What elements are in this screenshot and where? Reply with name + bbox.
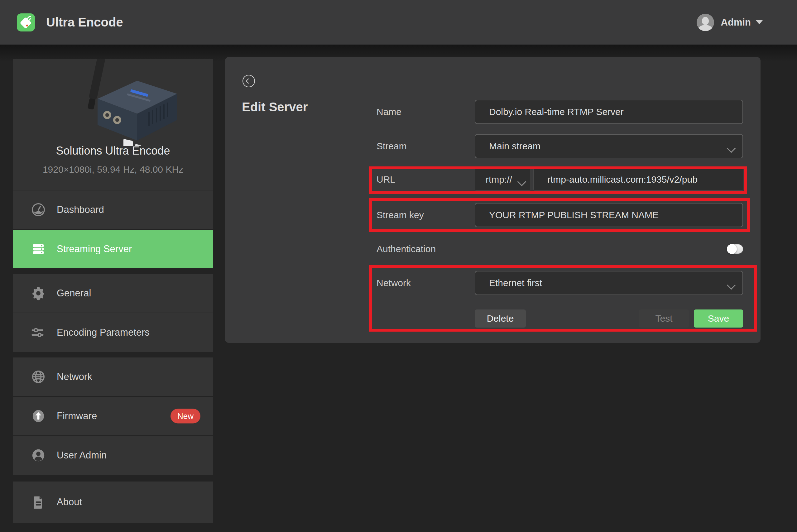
url-protocol-value: rtmp:// (486, 174, 512, 185)
network-row: Network Ethernet first (377, 271, 743, 295)
test-button[interactable]: Test (639, 309, 689, 327)
sidebar-item-dashboard[interactable]: Dashboard (13, 190, 213, 229)
action-buttons-row: Delete Test Save (475, 309, 743, 327)
user-menu[interactable]: Admin (721, 17, 751, 28)
stream-key-input[interactable] (475, 203, 743, 227)
url-input[interactable] (533, 168, 743, 191)
url-label: URL (377, 174, 475, 185)
stream-label: Stream (377, 141, 475, 151)
sidebar: Solutions Ultra Encode 1920×1080i, 59.94… (13, 57, 213, 528)
stream-row: Stream Main stream (377, 134, 743, 158)
network-selected-value: Ethernet first (489, 278, 542, 288)
arrow-left-icon (245, 78, 252, 84)
save-button[interactable]: Save (694, 309, 743, 327)
sidebar-item-label: Encoding Parameters (57, 327, 150, 338)
gauge-icon (31, 203, 45, 217)
name-row: Name (377, 100, 743, 124)
authentication-label: Authentication (377, 244, 475, 254)
page-title: Edit Server (242, 100, 308, 114)
globe-icon (31, 369, 45, 384)
name-input[interactable] (475, 100, 743, 124)
upload-icon (31, 409, 45, 423)
sidebar-item-label: Dashboard (57, 204, 104, 215)
sidebar-item-streaming-server[interactable]: Streaming Server (13, 230, 213, 268)
chevron-down-icon (517, 175, 525, 182)
logo-wifi-icon (25, 15, 34, 23)
topbar: Ultra Encode Admin (0, 0, 797, 44)
sidebar-item-encoding-parameters[interactable]: Encoding Parameters (13, 313, 213, 352)
user-icon (31, 448, 45, 462)
app-title: Ultra Encode (46, 15, 123, 29)
toggle-knob (727, 244, 737, 254)
document-icon (31, 495, 45, 509)
sidebar-item-label: Streaming Server (57, 243, 132, 254)
sidebar-item-label: User Admin (57, 450, 107, 461)
sidebar-item-firmware[interactable]: Firmware New (13, 397, 213, 435)
stream-key-label: Stream key (377, 210, 475, 220)
sidebar-item-about[interactable]: About (13, 481, 213, 522)
new-badge: New (171, 409, 201, 423)
name-label: Name (377, 107, 475, 117)
url-protocol-select[interactable]: rtmp:// (475, 168, 531, 191)
sidebar-item-general[interactable]: General (13, 274, 213, 312)
sidebar-item-label: General (57, 288, 91, 299)
device-signal-info: 1920×1080i, 59.94 Hz, 48.00 KHz (13, 164, 213, 175)
sliders-icon (31, 325, 45, 340)
device-image (46, 59, 180, 146)
gear-icon (31, 286, 45, 301)
sidebar-item-network[interactable]: Network (13, 358, 213, 396)
nav-group-4: About (13, 481, 213, 522)
stream-key-row: Stream key (377, 203, 743, 227)
avatar-person-icon (702, 17, 709, 25)
chevron-down-icon[interactable] (756, 20, 763, 24)
nav-group-1: Dashboard Streaming Server (13, 190, 213, 268)
network-select[interactable]: Ethernet first (475, 271, 743, 295)
nav-group-3: Network Firmware New User Admin (13, 358, 213, 475)
stream-selected-value: Main stream (489, 141, 540, 151)
device-name: Solutions Ultra Encode (13, 144, 213, 157)
nav-group-2: General Encoding Parameters (13, 274, 213, 352)
url-row: URL rtmp:// (377, 168, 743, 191)
stream-select[interactable]: Main stream (475, 134, 743, 158)
network-label: Network (377, 278, 475, 288)
user-avatar[interactable] (697, 14, 714, 31)
delete-button[interactable]: Delete (475, 309, 526, 327)
app-logo-icon (17, 13, 35, 32)
edit-server-panel: Edit Server Name Stream Main stream URL … (225, 57, 761, 343)
sidebar-item-label: Firmware (57, 411, 97, 422)
back-button[interactable] (243, 75, 255, 87)
sidebar-item-label: Network (57, 371, 92, 382)
sidebar-item-label: About (57, 496, 82, 508)
authentication-row: Authentication (377, 238, 743, 260)
authentication-toggle[interactable] (727, 244, 743, 254)
device-card: Solutions Ultra Encode 1920×1080i, 59.94… (13, 59, 213, 190)
server-icon (31, 242, 45, 256)
sidebar-item-user-admin[interactable]: User Admin (13, 436, 213, 475)
